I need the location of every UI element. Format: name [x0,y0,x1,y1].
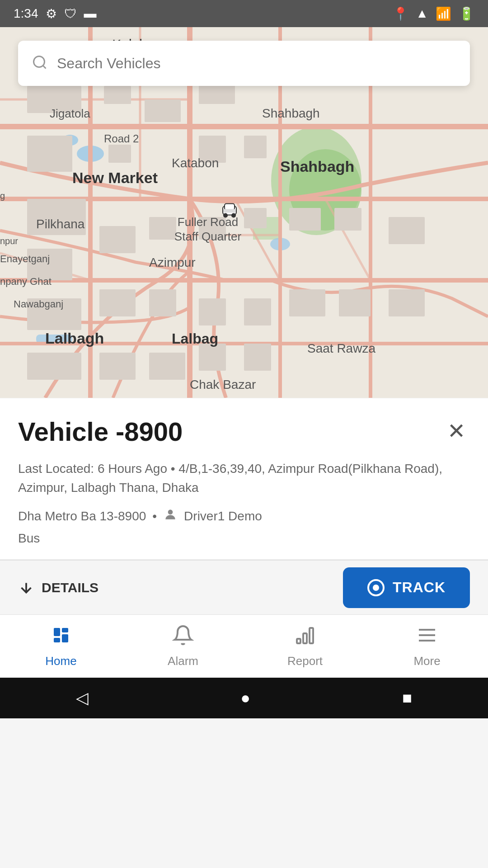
battery-icon: 🔋 [459,6,474,21]
nav-item-home[interactable]: Home [0,618,122,675]
location-icon: 📍 [393,6,408,21]
vehicle-meta: Dha Metro Ba 13-8900 • Driver1 Demo [18,507,470,525]
svg-text:Shahbagh: Shahbagh [280,158,354,175]
svg-rect-49 [244,344,271,371]
card-icon: ▬ [84,6,97,21]
svg-text:New Market: New Market [72,169,158,186]
shield-icon: 🛡 [64,6,77,21]
driver-icon [163,507,178,525]
vehicle-location: Last Located: 6 Hours Ago • 4/B,1-36,39,… [18,459,470,497]
svg-rect-89 [303,633,307,643]
svg-text:g: g [0,191,5,201]
svg-rect-51 [99,353,136,380]
nav-item-more[interactable]: More [366,618,488,675]
home-button[interactable]: ● [240,689,250,708]
time-display: 1:34 [14,6,38,21]
svg-rect-84 [54,628,60,636]
vehicle-marker[interactable] [218,199,241,226]
more-icon [416,624,438,651]
svg-rect-35 [99,226,136,253]
status-bar-left: 1:34 ⚙ 🛡 ▬ [14,6,97,21]
svg-text:Nawabganj: Nawabganj [14,298,63,310]
close-button[interactable]: ✕ [443,416,470,445]
svg-rect-36 [149,217,176,240]
svg-rect-38 [99,289,136,316]
svg-text:Azimpur: Azimpur [149,255,196,269]
svg-rect-52 [149,353,185,380]
svg-text:npany Ghat: npany Ghat [0,276,52,287]
back-button[interactable]: ◁ [76,689,89,708]
vehicle-plate: Dha Metro Ba 13-8900 [18,509,146,524]
driver-name: Driver1 Demo [184,509,262,524]
details-button[interactable]: DETAILS [18,580,99,596]
svg-point-80 [34,57,45,67]
nav-label-alarm: Alarm [168,654,198,668]
svg-rect-79 [223,209,236,213]
signal-icon: 📶 [436,6,451,21]
status-bar: 1:34 ⚙ 🛡 ▬ 📍 ▲ 📶 🔋 [0,0,488,27]
svg-rect-40 [289,208,321,231]
search-bar[interactable] [18,41,470,86]
bottom-nav: Home Alarm Report [0,614,488,678]
svg-rect-86 [62,628,68,632]
svg-text:Jigatola: Jigatola [50,107,90,120]
bullet-separator: • [152,509,157,524]
svg-rect-26 [108,145,131,163]
track-icon [367,579,385,596]
vehicle-name: Vehicle -8900 [18,416,183,447]
vehicle-panel-header: Vehicle -8900 ✕ [18,416,470,447]
svg-rect-39 [149,289,176,316]
android-nav-bar: ◁ ● ■ [0,678,488,718]
svg-rect-32 [244,208,267,228]
nav-label-home: Home [45,654,76,668]
svg-rect-46 [199,298,226,326]
recents-button[interactable]: ■ [402,689,412,708]
action-bar: DETAILS TRACK [0,560,488,614]
svg-text:Chak Bazar: Chak Bazar [190,377,256,392]
nav-item-alarm[interactable]: Alarm [122,618,244,675]
svg-rect-88 [297,639,300,643]
svg-text:Pilkhana: Pilkhana [36,217,85,231]
svg-text:Road 2: Road 2 [104,132,139,145]
track-label: TRACK [393,579,446,596]
svg-rect-90 [310,628,313,643]
nav-label-report: Report [287,654,323,668]
svg-rect-42 [289,289,325,316]
details-label: DETAILS [42,580,99,595]
wifi-icon: ▲ [416,6,428,21]
svg-text:Saat Rawza: Saat Rawza [307,341,375,355]
svg-line-81 [43,66,46,69]
svg-rect-87 [62,634,68,642]
svg-text:npur: npur [0,236,18,246]
svg-rect-24 [104,86,131,104]
svg-rect-41 [334,208,361,231]
svg-rect-27 [145,99,181,122]
svg-rect-48 [199,344,226,371]
svg-rect-45 [389,289,425,316]
vehicle-type: Bus [18,531,470,546]
svg-rect-25 [27,136,72,172]
svg-point-77 [223,213,228,218]
search-icon [32,54,48,72]
svg-text:Shahbagh: Shahbagh [262,106,320,120]
search-input[interactable] [57,55,456,72]
nav-item-report[interactable]: Report [244,618,366,675]
svg-rect-44 [389,217,425,244]
svg-point-82 [168,509,173,514]
settings-icon: ⚙ [46,6,57,21]
svg-rect-30 [244,136,267,158]
svg-text:Enayetganj: Enayetganj [0,253,50,264]
alarm-icon [172,624,194,651]
svg-text:Katabon: Katabon [172,156,219,170]
track-button[interactable]: TRACK [343,567,470,608]
nav-label-more: More [413,654,440,668]
svg-point-78 [231,213,236,218]
svg-rect-43 [339,289,371,316]
track-icon-inner [373,585,379,591]
svg-rect-50 [27,353,81,380]
map-area[interactable]: Kalabagan Banglamotor Old Eskaton Jigato… [0,27,488,398]
home-icon [50,624,72,651]
svg-text:Staff Quarter: Staff Quarter [174,230,242,243]
svg-rect-85 [54,638,60,642]
svg-rect-76 [225,204,235,210]
